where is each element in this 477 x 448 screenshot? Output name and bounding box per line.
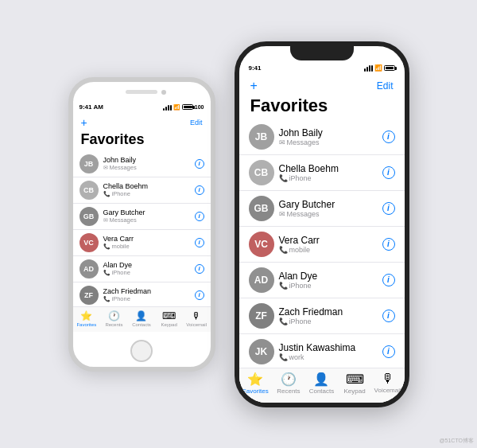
phone-icon: 📞 xyxy=(103,296,111,302)
new-time: 9:41 xyxy=(249,64,262,72)
add-button-old[interactable]: + xyxy=(81,117,87,128)
keypad-tab-icon: ⌨ xyxy=(162,310,176,321)
recents-tab-icon-new: 🕐 xyxy=(281,372,297,387)
contact-info: Zach Friedman📞iPhone xyxy=(279,306,378,325)
contact-item[interactable]: GBGary Butcher✉Messagesi xyxy=(239,191,405,227)
avatar: AD xyxy=(80,259,99,279)
contact-item[interactable]: JBJohn Baily✉Messagesi xyxy=(73,151,211,177)
camera xyxy=(161,90,166,95)
contact-item[interactable]: VCVera Carr📞mobilei xyxy=(73,230,211,256)
add-button-new[interactable]: + xyxy=(250,80,258,92)
contact-name: Chella Boehm xyxy=(279,163,378,174)
contact-sub: 📞iPhone xyxy=(279,174,378,182)
info-button[interactable]: i xyxy=(382,274,395,286)
voicemail-tab-icon-new: 🎙 xyxy=(382,372,394,386)
info-button[interactable]: i xyxy=(195,185,204,195)
edit-button-new[interactable]: Edit xyxy=(377,80,394,92)
old-app-header: + Edit xyxy=(73,114,211,130)
contact-item[interactable]: ADAlan Dye📞iPhonei xyxy=(73,256,211,282)
contact-item[interactable]: GBGary Butcher✉Messagesi xyxy=(73,204,211,230)
new-tab-bar: ⭐Favorites🕐Recents👤Contacts⌨Keypad🎙Voice… xyxy=(239,368,405,403)
avatar: VC xyxy=(80,233,99,252)
avatar: JB xyxy=(80,154,99,173)
contact-info: Chella Boehm📞iPhone xyxy=(103,182,190,197)
contact-item[interactable]: ZFZach Friedman📞iPhonei xyxy=(73,282,211,306)
tab-recents[interactable]: 🕐Recents xyxy=(100,310,128,327)
phone-icon: 📞 xyxy=(279,246,288,254)
tab-keypad[interactable]: ⌨Keypad xyxy=(155,310,183,327)
battery-pct: 100 xyxy=(195,104,204,110)
contact-item[interactable]: ZFZach Friedman📞iPhonei xyxy=(239,298,405,334)
tab-favorites[interactable]: ⭐Favorites xyxy=(73,310,101,327)
new-iphone: 9:41 📶 xyxy=(235,41,409,407)
old-status-icons: 📶 100 xyxy=(163,104,204,111)
info-button[interactable]: i xyxy=(382,310,395,322)
phone-icon: 📞 xyxy=(103,191,111,197)
contact-name: Zach Friedman xyxy=(103,287,190,295)
new-tab-voicemail[interactable]: 🎙Voicemail xyxy=(371,372,405,394)
notch xyxy=(290,46,354,60)
contact-sub: 📞iPhone xyxy=(103,269,190,276)
contact-name: Justin Kawashima xyxy=(279,342,378,353)
message-icon: ✉ xyxy=(279,138,285,146)
contact-info: Alan Dye📞iPhone xyxy=(279,271,378,290)
recents-tab-label-new: Recents xyxy=(277,388,300,395)
info-button[interactable]: i xyxy=(382,238,395,251)
old-iphone: 9:41 AM 📶 100 xyxy=(68,77,215,372)
new-tab-contacts[interactable]: 👤Contacts xyxy=(305,372,339,395)
tab-voicemail[interactable]: 🎙Voicemail xyxy=(183,310,211,327)
contact-info: John Baily✉Messages xyxy=(103,156,190,171)
avatar: CB xyxy=(80,181,99,200)
favorites-tab-label: Favorites xyxy=(76,322,96,327)
contact-sub: 📞iPhone xyxy=(103,295,190,302)
contact-info: Gary Butcher✉Messages xyxy=(103,208,190,224)
contact-item[interactable]: CBChella Boehm📞iPhonei xyxy=(239,155,405,191)
contact-item[interactable]: JBJohn Baily✉Messagesi xyxy=(239,119,405,155)
info-button[interactable]: i xyxy=(195,290,204,300)
info-button[interactable]: i xyxy=(195,238,204,247)
info-button[interactable]: i xyxy=(195,212,204,221)
new-signal-bars xyxy=(364,65,373,72)
contact-name: Gary Butcher xyxy=(279,199,378,210)
contacts-tab-label: Contacts xyxy=(132,322,151,327)
phone-icon: 📞 xyxy=(279,174,288,182)
tab-contacts[interactable]: 👤Contacts xyxy=(128,310,156,327)
message-icon: ✉ xyxy=(103,217,108,224)
info-button[interactable]: i xyxy=(195,159,204,169)
contact-name: Zach Friedman xyxy=(279,306,378,317)
info-button[interactable]: i xyxy=(382,202,395,215)
info-button[interactable]: i xyxy=(382,345,395,358)
info-button[interactable]: i xyxy=(195,264,204,274)
contacts-tab-label-new: Contacts xyxy=(309,388,335,395)
new-tab-recents[interactable]: 🕐Recents xyxy=(272,372,305,395)
info-button[interactable]: i xyxy=(382,131,395,143)
new-battery-fill xyxy=(386,67,394,69)
contact-name: Gary Butcher xyxy=(103,208,190,216)
wifi-icon: 📶 xyxy=(173,104,180,111)
new-iphone-wrapper: 9:41 📶 xyxy=(235,41,409,407)
contact-item[interactable]: ADAlan Dye📞iPhonei xyxy=(239,263,405,298)
avatar: JK xyxy=(249,339,274,364)
old-iphone-wrapper: 9:41 AM 📶 100 xyxy=(68,77,215,372)
contacts-tab-icon-new: 👤 xyxy=(313,372,329,387)
contact-item[interactable]: CBChella Boehm📞iPhonei xyxy=(73,177,211,204)
contact-info: Gary Butcher✉Messages xyxy=(279,199,378,218)
info-button[interactable]: i xyxy=(382,166,395,179)
contact-item[interactable]: VCVera Carr📞mobilei xyxy=(239,227,405,263)
voicemail-tab-icon: 🎙 xyxy=(192,310,201,321)
phone-icon: 📞 xyxy=(103,270,111,276)
speaker xyxy=(126,90,157,94)
contact-info: Zach Friedman📞iPhone xyxy=(103,287,190,302)
edit-button-old[interactable]: Edit xyxy=(190,119,203,127)
contact-item[interactable]: JKJustin Kawashima📞worki xyxy=(239,334,405,368)
new-tab-favorites[interactable]: ⭐Favorites xyxy=(239,372,273,395)
battery xyxy=(182,104,193,110)
message-icon: ✉ xyxy=(279,210,285,218)
new-tab-keypad[interactable]: ⌨Keypad xyxy=(338,372,371,395)
contact-sub: ✉Messages xyxy=(279,138,378,146)
new-wifi-icon: 📶 xyxy=(374,64,382,72)
contact-name: Alan Dye xyxy=(279,271,378,282)
home-button-old[interactable] xyxy=(130,340,153,362)
new-battery-body xyxy=(384,65,395,71)
avatar: AD xyxy=(249,267,274,293)
